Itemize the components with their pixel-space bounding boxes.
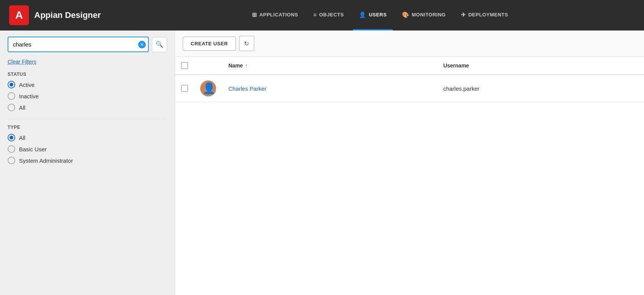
status-all-label: All: [19, 104, 26, 111]
status-all-radio[interactable]: [8, 104, 15, 111]
search-input[interactable]: [8, 37, 149, 52]
type-system-admin-label: System Administrator: [19, 157, 73, 164]
th-username-label: Username: [443, 63, 469, 69]
refresh-icon: ↻: [244, 40, 249, 47]
status-all[interactable]: All: [8, 104, 167, 111]
status-inactive-radio[interactable]: [8, 92, 15, 100]
row-username-cell: charles.parker: [437, 75, 644, 102]
th-name[interactable]: Name ↑: [222, 57, 437, 75]
nav-items: ⊞ APPLICATIONS ≡ OBJECTS 👤 USERS 🎨 MONIT…: [125, 0, 635, 30]
sidebar-divider: [8, 119, 167, 119]
type-basic-user-label: Basic User: [19, 146, 47, 152]
create-user-button[interactable]: CREATE USER: [183, 37, 236, 51]
nav-label-users: USERS: [369, 12, 387, 18]
top-nav: A Appian Designer ⊞ APPLICATIONS ≡ OBJEC…: [0, 0, 644, 30]
status-inactive[interactable]: Inactive: [8, 92, 167, 100]
status-active[interactable]: Active: [8, 81, 167, 88]
deployments-icon: ✈: [461, 11, 466, 18]
content-area: CREATE USER ↻ Name ↑: [175, 30, 644, 295]
select-all-checkbox[interactable]: [181, 62, 188, 69]
row-checkbox[interactable]: [181, 85, 188, 92]
users-icon: 👤: [359, 11, 367, 18]
table-header: Name ↑ Username: [175, 57, 644, 75]
monitoring-icon: 🎨: [402, 11, 410, 18]
type-all-radio[interactable]: [8, 134, 15, 141]
search-clear-button[interactable]: ✕: [138, 41, 146, 48]
clear-filters-link[interactable]: Clear Filters: [8, 59, 36, 65]
search-icon: 🔍: [156, 41, 163, 48]
th-avatar: [194, 57, 222, 75]
sort-asc-icon: ↑: [245, 63, 248, 69]
app-title: Appian Designer: [34, 10, 101, 20]
nav-label-applications: APPLICATIONS: [259, 12, 298, 18]
status-active-radio[interactable]: [8, 81, 15, 88]
nav-item-users[interactable]: 👤 USERS: [353, 0, 393, 30]
row-checkbox-cell: [175, 75, 194, 102]
table-header-row: Name ↑ Username: [175, 57, 644, 75]
search-row: ✕ 🔍: [8, 37, 167, 52]
th-username[interactable]: Username: [437, 57, 644, 75]
logo-area: A Appian Designer: [9, 5, 101, 25]
applications-icon: ⊞: [252, 11, 257, 18]
table-body: Charles Parker charles.parker: [175, 75, 644, 102]
th-checkbox: [175, 57, 194, 75]
avatar: [200, 80, 216, 96]
nav-label-objects: OBJECTS: [319, 12, 344, 18]
refresh-button[interactable]: ↻: [239, 36, 254, 51]
logo-letter: A: [15, 9, 23, 21]
status-active-label: Active: [19, 82, 35, 88]
user-name-link[interactable]: Charles Parker: [228, 85, 266, 92]
row-name-cell: Charles Parker: [222, 75, 437, 102]
row-avatar-cell: [194, 75, 222, 102]
nav-item-applications[interactable]: ⊞ APPLICATIONS: [246, 0, 304, 30]
type-radio-group: All Basic User System Administrator: [8, 134, 167, 164]
type-section-label: TYPE: [8, 125, 167, 130]
search-button[interactable]: 🔍: [152, 37, 167, 52]
users-table: Name ↑ Username: [175, 57, 644, 102]
type-system-admin[interactable]: System Administrator: [8, 157, 167, 164]
nav-item-deployments[interactable]: ✈ DEPLOYMENTS: [455, 0, 514, 30]
type-basic-user[interactable]: Basic User: [8, 145, 167, 153]
type-all[interactable]: All: [8, 134, 167, 141]
nav-label-deployments: DEPLOYMENTS: [468, 12, 508, 18]
type-system-admin-radio[interactable]: [8, 157, 15, 164]
status-inactive-label: Inactive: [19, 93, 39, 99]
app-logo: A: [9, 5, 29, 25]
status-section-label: STATUS: [8, 72, 167, 77]
objects-icon: ≡: [313, 11, 317, 18]
type-basic-user-radio[interactable]: [8, 145, 15, 153]
toolbar: CREATE USER ↻: [175, 30, 644, 57]
search-input-wrap: ✕: [8, 37, 149, 52]
nav-item-monitoring[interactable]: 🎨 MONITORING: [396, 0, 452, 30]
table-row: Charles Parker charles.parker: [175, 75, 644, 102]
type-all-label: All: [19, 135, 26, 141]
username-text: charles.parker: [443, 85, 480, 92]
main-layout: ✕ 🔍 Clear Filters STATUS Active Inactive…: [0, 30, 644, 295]
nav-item-objects[interactable]: ≡ OBJECTS: [307, 0, 350, 30]
sidebar: ✕ 🔍 Clear Filters STATUS Active Inactive…: [0, 30, 175, 295]
nav-label-monitoring: MONITORING: [412, 12, 446, 18]
status-radio-group: Active Inactive All: [8, 81, 167, 111]
th-name-label: Name: [228, 63, 243, 69]
create-user-label: CREATE USER: [191, 41, 228, 46]
